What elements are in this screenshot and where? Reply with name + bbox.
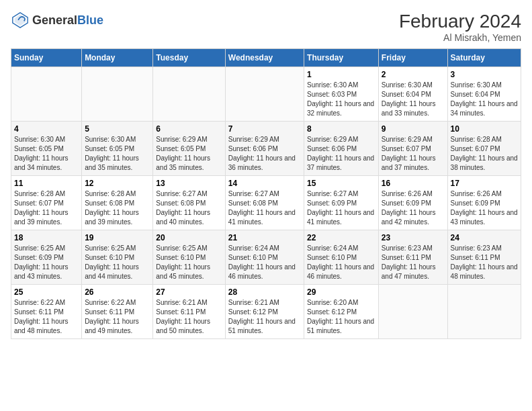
day-info: Sunrise: 6:26 AMSunset: 6:09 PMDaylight:… bbox=[382, 189, 445, 227]
day-info: Sunrise: 6:22 AMSunset: 6:11 PMDaylight:… bbox=[14, 298, 79, 336]
calendar-cell: 25Sunrise: 6:22 AMSunset: 6:11 PMDayligh… bbox=[11, 285, 82, 339]
day-info: Sunrise: 6:23 AMSunset: 6:11 PMDaylight:… bbox=[382, 244, 445, 281]
calendar-cell: 9Sunrise: 6:29 AMSunset: 6:07 PMDaylight… bbox=[378, 122, 447, 176]
calendar-cell: 8Sunrise: 6:29 AMSunset: 6:06 PMDaylight… bbox=[304, 122, 379, 176]
day-info: Sunrise: 6:30 AMSunset: 6:05 PMDaylight:… bbox=[14, 135, 79, 173]
logo-text: GeneralBlue bbox=[32, 13, 103, 28]
day-info: Sunrise: 6:30 AMSunset: 6:04 PMDaylight:… bbox=[451, 81, 518, 118]
calendar-cell bbox=[378, 285, 447, 339]
calendar-cell: 23Sunrise: 6:23 AMSunset: 6:11 PMDayligh… bbox=[378, 230, 447, 285]
day-number: 1 bbox=[307, 70, 375, 79]
title-block: February 2024 Al Misrakh, Yemen bbox=[399, 11, 521, 43]
logo-icon bbox=[11, 11, 30, 30]
day-number: 20 bbox=[156, 233, 222, 242]
calendar-cell: 3Sunrise: 6:30 AMSunset: 6:04 PMDaylight… bbox=[447, 67, 521, 122]
day-number: 17 bbox=[451, 179, 518, 188]
calendar-cell: 24Sunrise: 6:23 AMSunset: 6:11 PMDayligh… bbox=[447, 230, 521, 285]
day-number: 8 bbox=[307, 124, 375, 134]
day-number: 5 bbox=[85, 124, 150, 134]
day-info: Sunrise: 6:24 AMSunset: 6:10 PMDaylight:… bbox=[307, 244, 375, 281]
day-number: 3 bbox=[451, 70, 518, 79]
calendar-cell bbox=[82, 67, 153, 122]
day-info: Sunrise: 6:24 AMSunset: 6:10 PMDaylight:… bbox=[228, 244, 301, 281]
day-info: Sunrise: 6:23 AMSunset: 6:11 PMDaylight:… bbox=[451, 244, 518, 281]
calendar-week-1: 1Sunrise: 6:30 AMSunset: 6:03 PMDaylight… bbox=[11, 67, 521, 122]
day-info: Sunrise: 6:20 AMSunset: 6:12 PMDaylight:… bbox=[307, 298, 375, 336]
day-number: 26 bbox=[85, 287, 150, 297]
day-number: 29 bbox=[307, 287, 375, 297]
col-saturday: Saturday bbox=[447, 49, 521, 67]
day-info: Sunrise: 6:25 AMSunset: 6:10 PMDaylight:… bbox=[85, 244, 150, 281]
calendar-cell: 5Sunrise: 6:30 AMSunset: 6:05 PMDaylight… bbox=[82, 122, 153, 176]
day-info: Sunrise: 6:29 AMSunset: 6:05 PMDaylight:… bbox=[156, 135, 222, 173]
day-info: Sunrise: 6:25 AMSunset: 6:09 PMDaylight:… bbox=[14, 244, 79, 281]
calendar-cell: 7Sunrise: 6:29 AMSunset: 6:06 PMDaylight… bbox=[225, 122, 304, 176]
calendar-cell: 11Sunrise: 6:28 AMSunset: 6:07 PMDayligh… bbox=[11, 176, 82, 230]
calendar-cell: 20Sunrise: 6:25 AMSunset: 6:10 PMDayligh… bbox=[153, 230, 225, 285]
calendar-cell: 26Sunrise: 6:22 AMSunset: 6:11 PMDayligh… bbox=[82, 285, 153, 339]
day-info: Sunrise: 6:25 AMSunset: 6:10 PMDaylight:… bbox=[156, 244, 222, 281]
calendar-table: Sunday Monday Tuesday Wednesday Thursday… bbox=[11, 48, 521, 339]
day-info: Sunrise: 6:21 AMSunset: 6:12 PMDaylight:… bbox=[228, 298, 301, 336]
calendar-cell: 4Sunrise: 6:30 AMSunset: 6:05 PMDaylight… bbox=[11, 122, 82, 176]
day-number: 2 bbox=[382, 70, 445, 79]
day-info: Sunrise: 6:28 AMSunset: 6:07 PMDaylight:… bbox=[14, 189, 79, 227]
day-info: Sunrise: 6:26 AMSunset: 6:09 PMDaylight:… bbox=[451, 189, 518, 227]
calendar-cell: 22Sunrise: 6:24 AMSunset: 6:10 PMDayligh… bbox=[304, 230, 379, 285]
logo-blue: Blue bbox=[77, 13, 103, 27]
calendar-cell bbox=[225, 67, 304, 122]
day-number: 4 bbox=[14, 124, 79, 134]
calendar-cell: 1Sunrise: 6:30 AMSunset: 6:03 PMDaylight… bbox=[304, 67, 379, 122]
col-tuesday: Tuesday bbox=[153, 49, 225, 67]
calendar-cell: 14Sunrise: 6:27 AMSunset: 6:08 PMDayligh… bbox=[225, 176, 304, 230]
day-number: 18 bbox=[14, 233, 79, 242]
calendar-cell: 17Sunrise: 6:26 AMSunset: 6:09 PMDayligh… bbox=[447, 176, 521, 230]
calendar-week-2: 4Sunrise: 6:30 AMSunset: 6:05 PMDaylight… bbox=[11, 122, 521, 176]
calendar-cell: 2Sunrise: 6:30 AMSunset: 6:04 PMDaylight… bbox=[378, 67, 447, 122]
day-number: 15 bbox=[307, 179, 375, 188]
day-info: Sunrise: 6:29 AMSunset: 6:06 PMDaylight:… bbox=[228, 135, 301, 173]
calendar-cell: 27Sunrise: 6:21 AMSunset: 6:11 PMDayligh… bbox=[153, 285, 225, 339]
day-info: Sunrise: 6:29 AMSunset: 6:06 PMDaylight:… bbox=[307, 135, 375, 173]
calendar-cell: 13Sunrise: 6:27 AMSunset: 6:08 PMDayligh… bbox=[153, 176, 225, 230]
day-number: 28 bbox=[228, 287, 301, 297]
location: Al Misrakh, Yemen bbox=[399, 32, 521, 43]
day-number: 10 bbox=[451, 124, 518, 134]
month-title: February 2024 bbox=[399, 11, 521, 32]
day-info: Sunrise: 6:28 AMSunset: 6:07 PMDaylight:… bbox=[451, 135, 518, 173]
calendar-body: 1Sunrise: 6:30 AMSunset: 6:03 PMDaylight… bbox=[11, 67, 521, 339]
day-number: 23 bbox=[382, 233, 445, 242]
calendar-cell: 18Sunrise: 6:25 AMSunset: 6:09 PMDayligh… bbox=[11, 230, 82, 285]
calendar-cell: 19Sunrise: 6:25 AMSunset: 6:10 PMDayligh… bbox=[82, 230, 153, 285]
day-number: 27 bbox=[156, 287, 222, 297]
day-number: 6 bbox=[156, 124, 222, 134]
day-number: 19 bbox=[85, 233, 150, 242]
day-info: Sunrise: 6:30 AMSunset: 6:03 PMDaylight:… bbox=[307, 81, 375, 118]
day-number: 7 bbox=[228, 124, 301, 134]
logo: GeneralBlue bbox=[11, 11, 103, 30]
logo-general: General bbox=[32, 13, 77, 27]
page-header: GeneralBlue February 2024 Al Misrakh, Ye… bbox=[11, 11, 521, 43]
day-info: Sunrise: 6:27 AMSunset: 6:09 PMDaylight:… bbox=[307, 189, 375, 227]
day-number: 25 bbox=[14, 287, 79, 297]
col-friday: Friday bbox=[378, 49, 447, 67]
col-wednesday: Wednesday bbox=[225, 49, 304, 67]
calendar-cell bbox=[11, 67, 82, 122]
col-monday: Monday bbox=[82, 49, 153, 67]
day-number: 13 bbox=[156, 179, 222, 188]
col-sunday: Sunday bbox=[11, 49, 82, 67]
day-number: 21 bbox=[228, 233, 301, 242]
calendar-cell: 28Sunrise: 6:21 AMSunset: 6:12 PMDayligh… bbox=[225, 285, 304, 339]
day-number: 9 bbox=[382, 124, 445, 134]
day-info: Sunrise: 6:28 AMSunset: 6:08 PMDaylight:… bbox=[85, 189, 150, 227]
calendar-week-3: 11Sunrise: 6:28 AMSunset: 6:07 PMDayligh… bbox=[11, 176, 521, 230]
day-info: Sunrise: 6:30 AMSunset: 6:04 PMDaylight:… bbox=[382, 81, 445, 118]
day-number: 24 bbox=[451, 233, 518, 242]
calendar-week-5: 25Sunrise: 6:22 AMSunset: 6:11 PMDayligh… bbox=[11, 285, 521, 339]
calendar-cell: 15Sunrise: 6:27 AMSunset: 6:09 PMDayligh… bbox=[304, 176, 379, 230]
calendar-cell bbox=[447, 285, 521, 339]
day-info: Sunrise: 6:22 AMSunset: 6:11 PMDaylight:… bbox=[85, 298, 150, 336]
header-row: Sunday Monday Tuesday Wednesday Thursday… bbox=[11, 49, 521, 67]
calendar-cell: 16Sunrise: 6:26 AMSunset: 6:09 PMDayligh… bbox=[378, 176, 447, 230]
calendar-cell: 29Sunrise: 6:20 AMSunset: 6:12 PMDayligh… bbox=[304, 285, 379, 339]
